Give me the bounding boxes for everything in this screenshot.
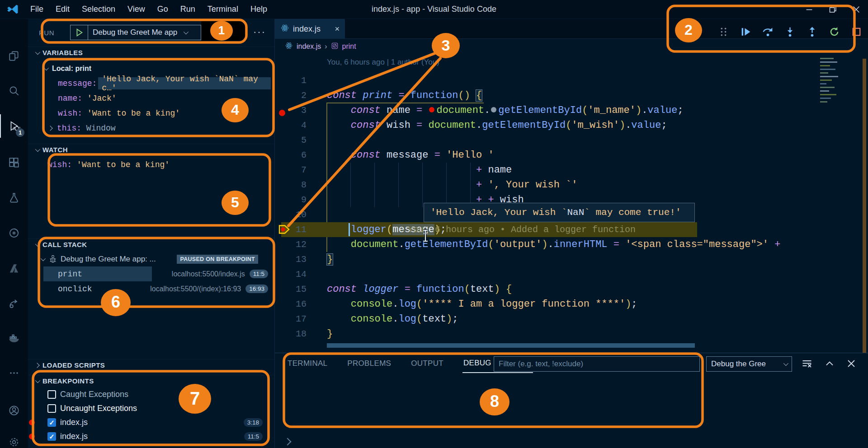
code-line-1: 1 <box>275 73 868 88</box>
chevron-down-icon <box>41 256 46 261</box>
menu-file[interactable]: File <box>30 5 43 14</box>
breakpoint-checkbox[interactable]: ✓ <box>47 432 56 441</box>
close-panel-icon[interactable] <box>845 358 857 369</box>
activity-extensions-icon[interactable] <box>0 151 28 174</box>
activity-source-control-icon[interactable] <box>0 221 28 245</box>
variable-row-wish[interactable]: wish: 'Want to be a king' <box>28 106 274 121</box>
run-debug-sidebar: RUN Debug the Greet Me app ··· VARIABLES… <box>28 19 275 448</box>
start-debugging-icon[interactable] <box>74 28 84 37</box>
breakpoint-dot-icon <box>29 420 35 425</box>
close-icon[interactable] <box>844 0 868 19</box>
maximize-icon[interactable] <box>821 0 844 19</box>
activity-run-and-debug-icon[interactable]: 1 <box>0 114 28 138</box>
breakpoint-dot-icon <box>29 434 35 439</box>
chevron-down-icon <box>783 361 788 366</box>
stop-icon[interactable] <box>850 25 863 38</box>
continue-icon[interactable] <box>739 25 752 38</box>
code-line-12: 12 document.getElementById('output').inn… <box>275 237 868 252</box>
panel-tab-problems[interactable]: PROBLEMS <box>346 355 392 373</box>
activity-search-icon[interactable] <box>0 79 28 103</box>
activity-account-icon[interactable] <box>0 399 28 422</box>
code-line-7: 7 + name <box>275 163 868 177</box>
inline-breakpoint-candidate-icon[interactable] <box>491 107 496 112</box>
window-title: index.js - app - Visual Studio Code <box>372 5 496 14</box>
stack-frame-onclick[interactable]: onclicklocalhost:5500/(index):16:9316:93 <box>28 281 274 296</box>
collapse-panel-icon[interactable] <box>824 358 835 369</box>
code-line-4: 4 const wish = document.getElementById('… <box>275 118 868 133</box>
code-editor[interactable]: You, 6 hours ago | 1 author (You) 12cons… <box>275 54 868 353</box>
menu-selection[interactable]: Selection <box>82 5 115 14</box>
menu-view[interactable]: View <box>127 5 145 14</box>
debug-console-prompt-icon[interactable] <box>284 438 292 446</box>
debug-sessions-badge: 1 <box>16 128 24 137</box>
watch-section-header[interactable]: WATCH <box>28 144 274 155</box>
gitlens-codelens[interactable]: You, 6 hours ago | 1 author (You) <box>327 58 439 67</box>
code-line-11: 11 logger(message);You, 6 hours ago • Ad… <box>275 222 868 237</box>
step-into-icon[interactable] <box>783 25 796 38</box>
variable-row-message[interactable]: message: 'Hello Jack, Your wish `NaN` ma… <box>28 76 274 91</box>
breakpoint-checkbox[interactable]: ✓ <box>47 418 56 427</box>
breakpoint-checkbox[interactable] <box>47 390 56 399</box>
inline-breakpoint-icon[interactable] <box>429 107 434 112</box>
variable-row-name[interactable]: name: 'Jack' <box>28 91 274 106</box>
menu-terminal[interactable]: Terminal <box>208 5 238 14</box>
text-cursor <box>349 223 350 236</box>
breakpoint-row-0[interactable]: Caught Exceptions <box>28 387 274 401</box>
debug-toolbar <box>712 23 867 41</box>
breakpoint-location-badge: 11:5 <box>244 432 263 441</box>
close-tab-icon[interactable]: × <box>335 24 340 34</box>
debug-session-select[interactable]: Debug the Gree <box>706 356 792 372</box>
breakpoint-row-1[interactable]: Uncaught Exceptions <box>28 401 274 415</box>
launch-config-name: Debug the Greet Me app <box>93 28 177 37</box>
variables-section-header[interactable]: VARIABLES <box>28 47 274 58</box>
activity-explorer-icon[interactable] <box>0 44 28 68</box>
menu-go[interactable]: Go <box>157 5 168 14</box>
chevron-down-icon <box>35 241 40 246</box>
call-stack-list: Debug the Greet Me app: ...PAUSED ON BRE… <box>28 252 274 296</box>
step-out-icon[interactable] <box>806 25 818 38</box>
breakpoint-checkbox[interactable] <box>47 404 56 413</box>
step-over-icon[interactable] <box>761 25 774 38</box>
restart-icon[interactable] <box>828 25 840 38</box>
horizontal-scrollbar[interactable] <box>327 343 695 348</box>
symbol-method-icon <box>331 42 339 51</box>
debug-console-filter-input[interactable]: Filter (e.g. text, !exclude) <box>494 356 700 372</box>
views-more-actions-button[interactable]: ··· <box>253 26 266 38</box>
activity-more-icon[interactable] <box>0 361 28 385</box>
activity-docker-icon[interactable] <box>0 326 28 350</box>
tab-index-js[interactable]: index.js × <box>275 19 345 39</box>
breakpoint-row-3[interactable]: ✓index.js11:5 <box>28 429 274 443</box>
breadcrumb[interactable]: index.js › print <box>275 39 868 54</box>
panel-tab-output[interactable]: OUTPUT <box>410 355 444 373</box>
breakpoint-row-2[interactable]: ✓index.js3:18 <box>28 415 274 429</box>
breakpoints-list: Caught ExceptionsUncaught Exceptions✓ind… <box>28 387 274 443</box>
variable-row-this[interactable]: this: Window <box>28 121 274 135</box>
panel-tab-terminal[interactable]: TERMINAL <box>287 355 328 373</box>
breakpoints-section-header[interactable]: BREAKPOINTS <box>28 375 274 387</box>
call-stack-section-header[interactable]: CALL STACK <box>28 238 274 250</box>
menu-run[interactable]: Run <box>180 5 195 14</box>
minimize-icon[interactable] <box>797 0 821 19</box>
divider <box>88 25 88 40</box>
variables-list: Local: printmessage: 'Hello Jack, Your w… <box>28 61 274 135</box>
debug-session-row[interactable]: Debug the Greet Me app: ...PAUSED ON BRE… <box>28 252 274 266</box>
drag-grip-icon[interactable] <box>717 25 730 38</box>
js-file-icon <box>280 23 289 35</box>
chevron-right-icon <box>34 363 39 368</box>
menu-edit[interactable]: Edit <box>56 5 70 14</box>
activity-live-share-icon[interactable] <box>0 291 28 315</box>
chevron-down-icon <box>35 378 40 383</box>
activity-azure-icon[interactable] <box>0 257 28 280</box>
stack-frame-print[interactable]: printlocalhost:5500/index.js11:5 <box>28 266 274 281</box>
variables-scope-row[interactable]: Local: print <box>28 61 274 76</box>
activity-test-beaker-icon[interactable] <box>0 186 28 210</box>
watch-list: wish: 'Want to be a king' <box>28 157 274 172</box>
launch-config-dropdown[interactable]: Debug the Greet Me app <box>70 25 201 40</box>
loaded-scripts-section-header[interactable]: LOADED SCRIPTS <box>28 359 274 371</box>
watch-row-wish[interactable]: wish: 'Want to be a king' <box>28 157 274 172</box>
activity-settings-gear-icon[interactable] <box>0 430 28 448</box>
paused-status-badge: PAUSED ON BREAKPOINT <box>177 255 258 264</box>
menu-help[interactable]: Help <box>250 5 267 14</box>
code-line-15: 15const logger = function(text) { <box>275 282 868 297</box>
clear-console-icon[interactable] <box>801 358 813 369</box>
